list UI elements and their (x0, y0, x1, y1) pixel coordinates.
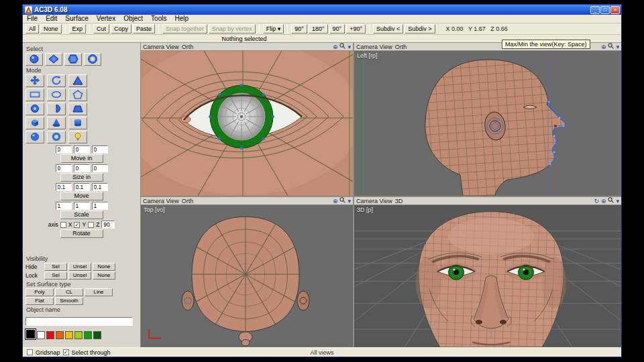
orbit-view-icon[interactable]: ↻ (594, 198, 599, 204)
color-swatch[interactable] (46, 331, 54, 339)
surface-line-button[interactable]: Line (85, 288, 113, 296)
viewport-3-canvas[interactable]: Top [vo] (141, 205, 353, 347)
menu-object[interactable]: Object (119, 15, 147, 23)
color-swatch[interactable] (56, 331, 64, 339)
zoom-view-icon[interactable] (339, 197, 345, 204)
zoom-view-icon[interactable] (608, 197, 614, 204)
color-swatch[interactable] (84, 331, 92, 339)
flip-button[interactable]: Flip ▾ (263, 24, 284, 34)
move-in-y-field[interactable] (74, 145, 90, 154)
lock-none-button[interactable]: None (93, 272, 115, 280)
subdiv-up-button[interactable]: Subdiv > (405, 24, 435, 34)
polygon-tool-button[interactable] (68, 88, 87, 101)
viewport-4-canvas[interactable]: 3D [p] (354, 205, 621, 347)
viewport-4-title[interactable]: Camera View (356, 198, 392, 204)
torus-tool-button[interactable] (47, 131, 66, 143)
extrude-tool-button[interactable] (68, 74, 87, 87)
axis-x-checkbox[interactable] (60, 222, 66, 228)
rotate-90ccw-button[interactable]: 90° (329, 24, 345, 34)
current-color-swatch[interactable] (25, 329, 36, 339)
rotate-plus90-button[interactable]: +90° (346, 24, 366, 34)
surface-closedline-button[interactable]: CL (55, 288, 83, 296)
scale-z-field[interactable] (92, 202, 108, 210)
half-disk-tool-button[interactable] (47, 103, 66, 115)
ellipse-tool-button[interactable] (47, 88, 66, 101)
select-all-button[interactable]: All (25, 24, 39, 34)
color-swatch[interactable] (74, 331, 83, 339)
pan-view-icon[interactable]: ⊕ (333, 198, 338, 204)
cone-tool-button[interactable] (47, 117, 66, 129)
rotate-90cw-button[interactable]: 90° (291, 24, 307, 34)
hide-unsel-button[interactable]: Unsel (68, 263, 91, 271)
viewport-1-title[interactable]: Camera View (143, 44, 179, 50)
view-menu-icon[interactable]: ▾ (616, 44, 619, 50)
viewport-3-mode[interactable]: Orth (182, 198, 194, 204)
size-in-x-field[interactable] (56, 164, 72, 172)
pan-view-icon[interactable]: ⊕ (601, 198, 606, 204)
object-mode-button[interactable] (84, 53, 101, 66)
object-name-input[interactable] (25, 317, 133, 326)
color-swatch[interactable] (93, 331, 101, 339)
viewport-2-mode[interactable]: Orth (395, 44, 407, 50)
shading-flat-button[interactable]: Flat (25, 297, 54, 305)
copy-button[interactable]: Copy (111, 24, 131, 34)
menu-help[interactable]: Help (170, 15, 193, 23)
scale-y-field[interactable] (74, 202, 90, 210)
hide-none-button[interactable]: None (93, 263, 115, 271)
move-in-button[interactable]: Move in (60, 154, 103, 163)
size-in-y-field[interactable] (74, 164, 90, 172)
hide-sel-button[interactable]: Sel (44, 263, 67, 271)
lock-unsel-button[interactable]: Unsel (68, 272, 91, 280)
paste-button[interactable]: Paste (133, 24, 155, 34)
move-tool-button[interactable] (25, 74, 44, 87)
viewport-3-title[interactable]: Camera View (143, 198, 179, 204)
rotate-180-button[interactable]: 180° (309, 24, 328, 34)
cylinder-tool-button[interactable] (68, 117, 87, 129)
disk-tool-button[interactable] (25, 103, 44, 115)
snap-together-button[interactable]: Snap together (162, 24, 207, 34)
subdiv-down-button[interactable]: Subdiv < (373, 24, 403, 34)
viewport-1-canvas[interactable] (141, 51, 353, 196)
menu-surface[interactable]: Surface (61, 15, 92, 23)
viewport-4-mode[interactable]: 3D (395, 198, 403, 204)
menu-vertex[interactable]: Vertex (93, 15, 119, 23)
move-y-field[interactable] (74, 183, 90, 191)
view-menu-icon[interactable]: ▾ (616, 198, 619, 204)
size-in-button[interactable]: Size in (60, 173, 103, 182)
axis-z-checkbox[interactable] (88, 222, 94, 228)
vertex-mode-button[interactable] (25, 53, 43, 66)
snap-by-vertex-button[interactable]: Snap by vertex (209, 24, 256, 34)
move-in-x-field[interactable] (56, 145, 72, 154)
pan-view-icon[interactable]: ⊕ (333, 44, 338, 50)
rotate-tool-button[interactable] (47, 74, 66, 87)
light-tool-button[interactable] (68, 131, 87, 143)
color-swatch[interactable] (65, 331, 73, 339)
size-in-z-field[interactable] (92, 164, 108, 172)
move-z-field[interactable] (92, 183, 108, 191)
viewport-2-title[interactable]: Camera View (356, 44, 392, 50)
maximize-button[interactable]: □ (600, 6, 610, 14)
view-menu-icon[interactable]: ▾ (347, 198, 351, 204)
zoom-view-icon[interactable] (339, 43, 345, 50)
cut-button[interactable]: Cut (93, 24, 109, 34)
move-button[interactable]: Move (60, 192, 103, 200)
rotate-angle-field[interactable] (101, 221, 115, 229)
cube-tool-button[interactable] (25, 117, 44, 129)
surface-poly-button[interactable]: Poly (25, 288, 54, 296)
shading-smooth-button[interactable]: Smooth (55, 297, 83, 305)
scale-x-field[interactable] (56, 202, 72, 210)
titlebar[interactable]: AC3D 6.08 _ □ × (23, 5, 621, 15)
lock-sel-button[interactable]: Sel (44, 272, 67, 280)
view-menu-icon[interactable]: ▾ (347, 44, 351, 50)
trapezoid-tool-button[interactable] (68, 103, 87, 115)
menu-file[interactable]: File (23, 15, 42, 23)
pan-view-icon[interactable]: ⊕ (601, 44, 606, 50)
rectangle-tool-button[interactable] (25, 88, 44, 101)
menu-tools[interactable]: Tools (147, 15, 170, 23)
rotate-button[interactable]: Rotate (60, 229, 103, 238)
scale-button[interactable]: Scale (60, 210, 103, 219)
expand-button[interactable]: Exp (69, 24, 87, 34)
surface-mode-button[interactable] (64, 53, 82, 66)
zoom-view-icon[interactable] (608, 43, 614, 50)
edge-mode-button[interactable] (45, 53, 62, 66)
